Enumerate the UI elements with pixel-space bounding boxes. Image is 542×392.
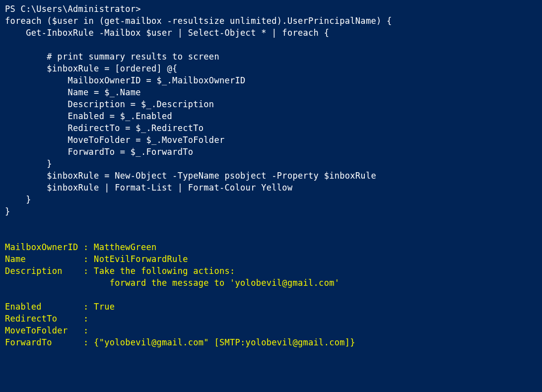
- code-line: $inboxRule = New-Object -TypeName psobje…: [5, 171, 376, 181]
- output-line: MoveToFolder :: [5, 326, 89, 335]
- code-line: $inboxRule = [ordered] @{: [5, 64, 178, 73]
- code-line: MoveToFolder = $_.MoveToFolder: [5, 135, 224, 145]
- code-line: Description = $_.Description: [5, 99, 214, 109]
- prompt: PS C:\Users\Administrator>: [5, 4, 141, 14]
- output-line: Enabled : True: [5, 302, 115, 312]
- output-line: Name : NotEvilForwardRule: [5, 254, 188, 264]
- code-line: # print summary results to screen: [5, 52, 219, 62]
- powershell-terminal[interactable]: PS C:\Users\Administrator> foreach ($use…: [0, 0, 542, 351]
- code-line: }: [5, 206, 10, 216]
- code-line: $inboxRule | Format-List | Format-Colour…: [5, 183, 292, 193]
- code-line: }: [5, 195, 31, 204]
- output-line: forward the message to 'yolobevil@gmail.…: [5, 278, 339, 288]
- output-line: ForwardTo : {"yolobevil@gmail.com" [SMTP…: [5, 337, 355, 347]
- code-line: RedirectTo = $_.RedirectTo: [5, 123, 203, 133]
- code-line: }: [5, 159, 52, 169]
- output-line: RedirectTo :: [5, 314, 89, 324]
- output-line: Description : Take the following actions…: [5, 266, 235, 276]
- code-line: ForwardTo = $_.ForwardTo: [5, 147, 193, 157]
- code-line: Enabled = $_.Enabled: [5, 111, 172, 121]
- output-line: MailboxOwnerID : MatthewGreen: [5, 242, 157, 252]
- code-line: foreach ($user in (get-mailbox -resultsi…: [5, 16, 392, 26]
- code-line: Name = $_.Name: [5, 87, 141, 97]
- code-line: Get-InboxRule -Mailbox $user | Select-Ob…: [5, 28, 329, 38]
- code-line: MailboxOwnerID = $_.MailboxOwnerID: [5, 75, 246, 85]
